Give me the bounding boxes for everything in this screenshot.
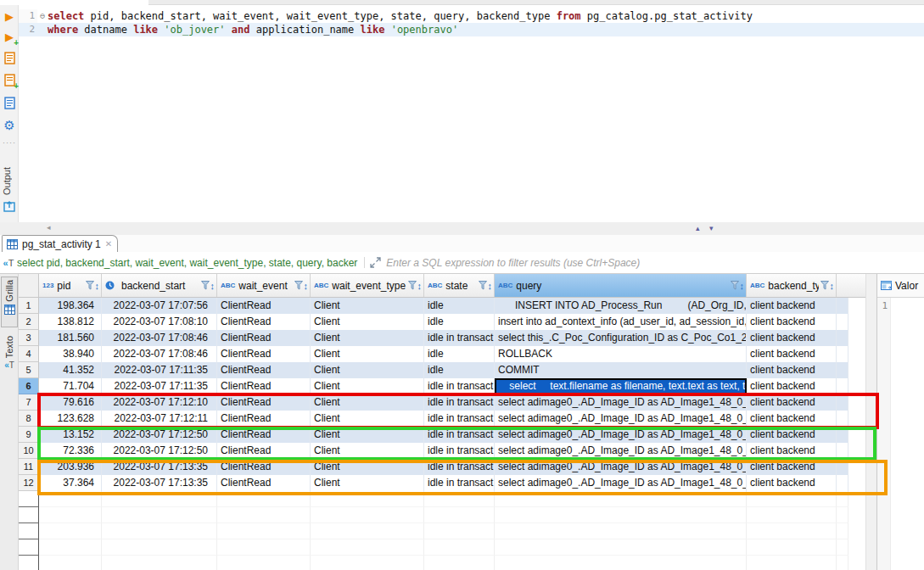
maximize-results-button[interactable]: ▾	[709, 224, 714, 232]
row-number[interactable]: 4	[19, 346, 39, 362]
grid-cell-extra[interactable]	[837, 330, 848, 346]
grid-cell[interactable]	[102, 507, 217, 523]
grid-cell[interactable]: ClientRead	[217, 298, 311, 314]
grid-cell-extra[interactable]	[837, 362, 848, 378]
grid-cell[interactable]: 198.364	[39, 298, 102, 314]
row-number[interactable]	[19, 507, 39, 523]
hscroll-left-arrow-icon[interactable]: ◂	[47, 223, 51, 232]
grid-cell[interactable]: INSERT INTO AD_Process_Run (AD_Org_ID, A…	[495, 298, 747, 314]
grid-cell[interactable]: select adimage0_.AD_Image_ID as AD_Image…	[495, 475, 747, 491]
grid-cell-extra[interactable]	[837, 314, 848, 330]
grid-cell[interactable]	[102, 539, 217, 556]
grid-corner-cell[interactable]	[19, 274, 39, 297]
grid-cell[interactable]: idle in transact	[424, 475, 495, 491]
grid-cell[interactable]: Client	[311, 330, 424, 346]
grid-cell[interactable]: Client	[311, 394, 424, 411]
filter-expression-input[interactable]	[386, 254, 924, 272]
row-number[interactable]: 7	[19, 394, 39, 411]
grid-cell[interactable]: ClientRead	[217, 459, 311, 475]
row-number[interactable]: 10	[19, 443, 39, 459]
tab-texto[interactable]: Texto «T	[1, 333, 18, 383]
grid-cell[interactable]: client backend	[747, 394, 837, 411]
grid-cell[interactable]: idle	[424, 314, 495, 330]
grid-cell[interactable]	[837, 556, 848, 570]
export-log-button[interactable]	[0, 198, 19, 215]
sort-icon[interactable]: ↕	[830, 281, 835, 291]
column-header-backend_type[interactable]: ABCbackend_type↕	[747, 274, 837, 297]
grid-cell[interactable]	[424, 507, 495, 523]
code-line[interactable]: 1⊖select pid, backend_start, wait_event,…	[19, 9, 924, 23]
grid-cell[interactable]: Client	[311, 459, 424, 475]
code-line[interactable]: 2where datname like 'ob_jover' and appli…	[19, 23, 924, 36]
grid-cell[interactable]	[217, 507, 311, 523]
grid-cell[interactable]: 2022-03-07 17:07:56	[102, 298, 217, 314]
grid-cell[interactable]: 2022-03-07 17:12:50	[102, 443, 217, 459]
grid-cell[interactable]: Client	[311, 443, 424, 459]
grid-cell[interactable]	[424, 523, 495, 539]
grid-cell[interactable]: 41.352	[39, 362, 102, 378]
grid-cell[interactable]: 38.940	[39, 346, 102, 362]
grid-cell[interactable]: idle	[424, 346, 495, 362]
grid-cell[interactable]	[311, 539, 424, 556]
row-number[interactable]: 2	[19, 314, 39, 330]
grid-cell[interactable]: client backend	[747, 411, 837, 427]
row-number[interactable]	[19, 491, 39, 507]
grid-cell[interactable]: client backend	[747, 475, 837, 491]
grid-cell[interactable]	[39, 539, 102, 556]
grid-cell[interactable]: 2022-03-07 17:12:11	[102, 411, 217, 427]
grid-cell-extra[interactable]	[837, 475, 848, 491]
grid-cell[interactable]: 2022-03-07 17:13:35	[102, 475, 217, 491]
row-number[interactable]: 3	[19, 330, 39, 346]
column-header-pid[interactable]: 123pid↕	[39, 274, 102, 297]
grid-cell[interactable]	[495, 523, 747, 539]
column-filter-sort-icons[interactable]: ↕	[86, 281, 100, 291]
row-number[interactable]: 12	[19, 475, 39, 491]
maximize-editor-button[interactable]: ▴	[696, 224, 700, 232]
grid-cell[interactable]: idle	[424, 298, 495, 314]
grid-cell[interactable]: client backend	[747, 459, 837, 475]
grid-cell[interactable]: insert into ad_context_info (ad_user_id,…	[495, 314, 747, 330]
grid-cell[interactable]: 203.936	[39, 459, 102, 475]
grid-cell[interactable]: client backend	[747, 298, 837, 314]
grid-cell[interactable]: Client	[311, 427, 424, 443]
column-header-state[interactable]: ABCstate↕	[424, 274, 495, 297]
tab-grilla[interactable]: Grilla	[1, 277, 18, 327]
grid-cell[interactable]: select text.filename as filename, text.t…	[495, 378, 747, 394]
grid-cell[interactable]: idle in transact	[424, 378, 495, 394]
execute-script-button[interactable]	[0, 50, 19, 67]
execute-new-tab-button[interactable]: ▶ +	[0, 29, 19, 46]
grid-cell[interactable]: 2022-03-07 17:08:46	[102, 346, 217, 362]
grid-cell[interactable]: idle in transact	[424, 427, 495, 443]
grid-cell[interactable]: ClientRead	[217, 411, 311, 427]
grid-cell[interactable]: Client	[311, 475, 424, 491]
grid-cell[interactable]: 37.364	[39, 475, 102, 491]
grid-cell-extra[interactable]	[837, 459, 848, 475]
grid-cell[interactable]	[747, 523, 837, 539]
output-panel-tab[interactable]: Output	[2, 151, 17, 195]
grid-cell-extra[interactable]	[837, 378, 848, 394]
grid-cell[interactable]	[747, 507, 837, 523]
row-number[interactable]: 8	[19, 411, 39, 427]
grid-cell[interactable]	[39, 556, 102, 570]
results-tab-pg-stat-activity[interactable]: pg_stat_activity 1 ✕	[2, 235, 118, 252]
grid-cell[interactable]: Client	[311, 298, 424, 314]
grid-cell[interactable]	[102, 491, 217, 507]
explain-plan-button[interactable]	[0, 95, 19, 112]
grid-cell[interactable]	[102, 523, 217, 539]
grid-cell[interactable]: ClientRead	[217, 314, 311, 330]
grid-cell[interactable]: client backend	[747, 427, 837, 443]
grid-cell[interactable]: idle in transact	[424, 459, 495, 475]
grid-cell[interactable]: ClientRead	[217, 378, 311, 394]
grid-cell[interactable]: idle	[424, 362, 495, 378]
grid-cell[interactable]: Client	[311, 314, 424, 330]
sort-icon[interactable]: ↕	[488, 281, 493, 291]
grid-cell[interactable]: 72.336	[39, 443, 102, 459]
execute-script-new-tab-button[interactable]: +	[0, 72, 19, 89]
grid-cell[interactable]	[217, 491, 311, 507]
grid-cell[interactable]: 2022-03-07 17:08:46	[102, 330, 217, 346]
grid-cell[interactable]	[747, 491, 837, 507]
grid-cell[interactable]: client backend	[747, 330, 837, 346]
grid-cell[interactable]	[311, 491, 424, 507]
grid-cell-extra[interactable]	[837, 298, 848, 314]
row-number[interactable]: 9	[19, 427, 39, 443]
